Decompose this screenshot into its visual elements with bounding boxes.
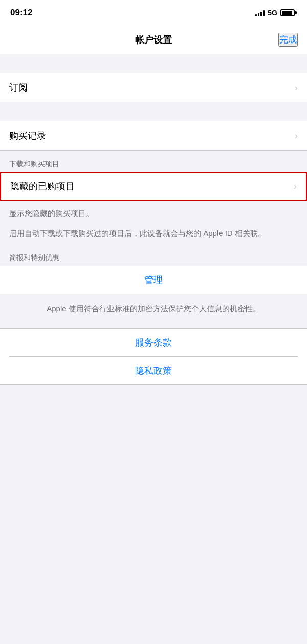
auto-download-info-text: 启用自动下载或下载购买过的项目后，此设备就会与您的 Apple ID 相关联。	[9, 228, 298, 240]
done-button[interactable]: 完成	[278, 33, 298, 47]
signal-bar-1	[255, 14, 257, 16]
status-icons: 5G	[255, 9, 297, 17]
subscriptions-chevron-icon: ›	[295, 82, 298, 93]
subscriptions-label: 订阅	[9, 81, 28, 94]
section-divider-3	[0, 151, 307, 156]
apple-info-text: Apple 使用符合行业标准的加密方法保护您个人信息的机密性。	[9, 303, 298, 315]
subscriptions-item[interactable]: 订阅 ›	[0, 73, 307, 102]
status-bar: 09:12 5G	[0, 0, 307, 26]
purchase-history-chevron-icon: ›	[295, 131, 298, 141]
signal-bar-4	[263, 10, 265, 16]
battery-tip	[295, 11, 297, 14]
terms-button[interactable]: 服务条款	[0, 329, 307, 356]
purchase-history-label: 购买记录	[9, 130, 46, 142]
purchase-history-section: 购买记录 ›	[0, 121, 307, 151]
description-block: 显示您隐藏的购买项目。	[0, 201, 307, 225]
links-section: 服务条款 隐私政策	[0, 328, 307, 385]
hidden-purchases-chevron-icon: ›	[294, 181, 297, 192]
battery-body	[280, 9, 295, 16]
hidden-purchases-label: 隐藏的已购项目	[10, 180, 75, 192]
apple-info-block: Apple 使用符合行业标准的加密方法保护您个人信息的机密性。	[0, 294, 307, 323]
navigation-bar: 帐户设置 完成	[0, 26, 307, 54]
subscriptions-section: 订阅 ›	[0, 73, 307, 102]
newsletter-section-label: 简报和特别优惠	[0, 246, 307, 266]
section-divider-2	[0, 102, 307, 121]
nav-title: 帐户设置	[135, 34, 172, 46]
info-text-block: 启用自动下载或下载购买过的项目后，此设备就会与您的 Apple ID 相关联。	[0, 225, 307, 247]
hidden-purchases-item[interactable]: 隐藏的已购项目 ›	[0, 172, 307, 201]
hidden-purchases-section: 隐藏的已购项目 ›	[0, 172, 307, 201]
section-divider-1	[0, 54, 307, 73]
privacy-button[interactable]: 隐私政策	[0, 357, 307, 384]
signal-icon	[255, 9, 265, 16]
battery-fill	[282, 11, 292, 15]
network-label: 5G	[268, 9, 277, 17]
manage-button[interactable]: 管理	[0, 266, 307, 294]
purchase-history-item[interactable]: 购买记录 ›	[0, 121, 307, 150]
status-time: 09:12	[10, 8, 32, 18]
signal-bar-3	[260, 12, 262, 16]
bottom-space	[0, 385, 307, 405]
battery-icon	[280, 9, 297, 16]
manage-section: 管理	[0, 266, 307, 294]
hidden-description-text: 显示您隐藏的购买项目。	[9, 208, 298, 225]
signal-bar-2	[258, 13, 259, 16]
section-divider-4	[0, 323, 307, 328]
hidden-section-label: 下载和购买项目	[0, 156, 307, 172]
